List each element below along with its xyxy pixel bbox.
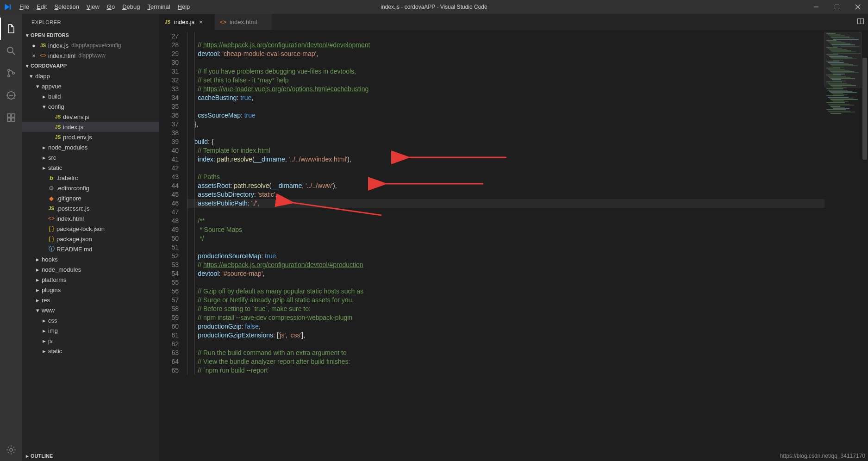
js-file-icon: JS <box>54 125 62 130</box>
chevron-right-icon: ▸ <box>41 317 47 324</box>
chevron-down-icon: ▾ <box>41 103 47 110</box>
open-editors-header[interactable]: ▾ OPEN EDITORS <box>22 30 159 40</box>
git-file-icon: ◆ <box>47 195 56 202</box>
file-item[interactable]: <>index.html <box>22 213 159 224</box>
folder-item[interactable]: ▸static <box>22 162 159 173</box>
code-content[interactable]: // https://webpack.js.org/configuration/… <box>187 30 868 461</box>
dirty-dot-icon: ● <box>32 42 37 49</box>
split-editor-icon[interactable] <box>857 18 864 26</box>
folder-item[interactable]: ▸src <box>22 152 159 162</box>
folder-item[interactable]: ▾dlapp <box>22 71 159 81</box>
window-title: index.js - cordovaAPP - Visual Studio Co… <box>381 4 487 10</box>
chevron-right-icon: ▸ <box>41 164 47 171</box>
file-item[interactable]: JSdev.env.js <box>22 112 159 122</box>
folder-item[interactable]: ▸build <box>22 91 159 101</box>
chevron-right-icon: ▸ <box>24 453 31 459</box>
menu-debug[interactable]: Debug <box>119 0 144 14</box>
folder-item[interactable]: ▾www <box>22 305 159 315</box>
folder-item[interactable]: ▸node_modules <box>22 142 159 152</box>
project-header[interactable]: ▾ CORDOVAAPP <box>22 61 159 71</box>
folder-item[interactable]: ▸node_modules <box>22 264 159 274</box>
chevron-down-icon: ▾ <box>28 73 34 80</box>
line-number-gutter: 2728293031323334353637383940414243444546… <box>159 30 187 461</box>
scm-activity[interactable] <box>0 62 22 84</box>
svg-point-4 <box>8 75 10 77</box>
menu-selection[interactable]: Selection <box>50 0 82 14</box>
title-bar: FileEditSelectionViewGoDebugTerminalHelp… <box>0 0 868 14</box>
folder-item[interactable]: ▸plugins <box>22 285 159 295</box>
menu-bar: FileEditSelectionViewGoDebugTerminalHelp <box>16 0 194 14</box>
js-file-icon: JS <box>39 43 47 48</box>
menu-go[interactable]: Go <box>103 0 119 14</box>
svg-point-5 <box>12 72 14 74</box>
json-file-icon: { } <box>47 225 56 232</box>
outline-header[interactable]: ▸ OUTLINE <box>22 451 159 461</box>
babel-file-icon: b <box>47 174 56 181</box>
folder-item[interactable]: ▸img <box>22 325 159 336</box>
sidebar-title: EXPLORER <box>22 14 159 30</box>
close-icon[interactable]: × <box>32 52 37 59</box>
folder-item[interactable]: ▸js <box>22 336 159 346</box>
folder-item[interactable]: ▾config <box>22 101 159 112</box>
folder-item[interactable]: ▸hooks <box>22 254 159 264</box>
search-activity[interactable] <box>0 40 22 62</box>
close-icon[interactable]: × <box>197 19 205 25</box>
minimize-button[interactable] <box>806 0 826 14</box>
file-item[interactable]: { }package-lock.json <box>22 224 159 234</box>
explorer-activity[interactable] <box>0 18 22 40</box>
editor-tabs: JSindex.js×<>index.html <box>159 14 868 30</box>
js-file-icon: JS <box>54 135 62 140</box>
file-item[interactable]: ◆.gitignore <box>22 193 159 203</box>
svg-rect-9 <box>7 118 11 121</box>
file-item[interactable]: { }package.json <box>22 234 159 244</box>
code-area[interactable]: 2728293031323334353637383940414243444546… <box>159 30 868 461</box>
info-icon: ⓘ <box>47 245 56 253</box>
file-item[interactable]: ⚙.editorconfig <box>22 183 159 193</box>
open-editor-item[interactable]: ●JSindex.jsdlapp\appvue\config <box>22 40 159 50</box>
folder-item[interactable]: ▸platforms <box>22 274 159 285</box>
chevron-right-icon: ▸ <box>41 348 47 355</box>
editor-tab[interactable]: <>index.html <box>215 14 272 30</box>
settings-activity[interactable] <box>0 439 22 461</box>
gear-icon: ⚙ <box>47 185 56 192</box>
menu-help[interactable]: Help <box>174 0 194 14</box>
folder-item[interactable]: ▸res <box>22 295 159 305</box>
folder-item[interactable]: ▸css <box>22 315 159 325</box>
app-logo <box>0 3 16 11</box>
file-item[interactable]: ⓘREADME.md <box>22 244 159 254</box>
watermark-text: https://blog.csdn.net/qq_34117170 <box>780 453 865 459</box>
maximize-button[interactable] <box>826 0 847 14</box>
menu-edit[interactable]: Edit <box>33 0 50 14</box>
menu-file[interactable]: File <box>16 0 33 14</box>
svg-point-3 <box>8 69 10 71</box>
chevron-down-icon: ▾ <box>24 32 31 38</box>
debug-activity[interactable] <box>0 84 22 106</box>
tab-label: index.html <box>230 19 257 25</box>
svg-rect-0 <box>814 7 818 7</box>
file-item[interactable]: b.babelrc <box>22 173 159 183</box>
js-file-icon: JS <box>164 19 171 25</box>
menu-view[interactable]: View <box>83 0 103 14</box>
chevron-right-icon: ▸ <box>34 256 41 263</box>
chevron-right-icon: ▸ <box>41 93 47 100</box>
folder-item[interactable]: ▸static <box>22 346 159 356</box>
minimap[interactable] <box>824 30 862 461</box>
activity-bar <box>0 14 22 461</box>
svg-rect-7 <box>7 114 11 117</box>
file-tree: ▾dlapp▾appvue▸build▾configJSdev.env.jsJS… <box>22 71 159 451</box>
vertical-scrollbar[interactable] <box>862 30 868 461</box>
file-item[interactable]: JSprod.env.js <box>22 132 159 142</box>
open-editor-item[interactable]: ×<>index.htmldlapp\www <box>22 50 159 61</box>
menu-terminal[interactable]: Terminal <box>144 0 174 14</box>
extensions-activity[interactable] <box>0 106 22 129</box>
editor-tab[interactable]: JSindex.js× <box>159 14 215 30</box>
folder-item[interactable]: ▾appvue <box>22 81 159 91</box>
html-file-icon: <> <box>47 215 56 222</box>
file-item[interactable]: JSindex.js <box>22 122 159 132</box>
tab-label: index.js <box>174 19 194 25</box>
file-item[interactable]: JS.postcssrc.js <box>22 203 159 213</box>
chevron-down-icon: ▾ <box>34 307 41 314</box>
close-button[interactable] <box>847 0 868 14</box>
json-file-icon: { } <box>47 236 56 242</box>
sidebar: EXPLORER ▾ OPEN EDITORS ●JSindex.jsdlapp… <box>22 14 159 461</box>
